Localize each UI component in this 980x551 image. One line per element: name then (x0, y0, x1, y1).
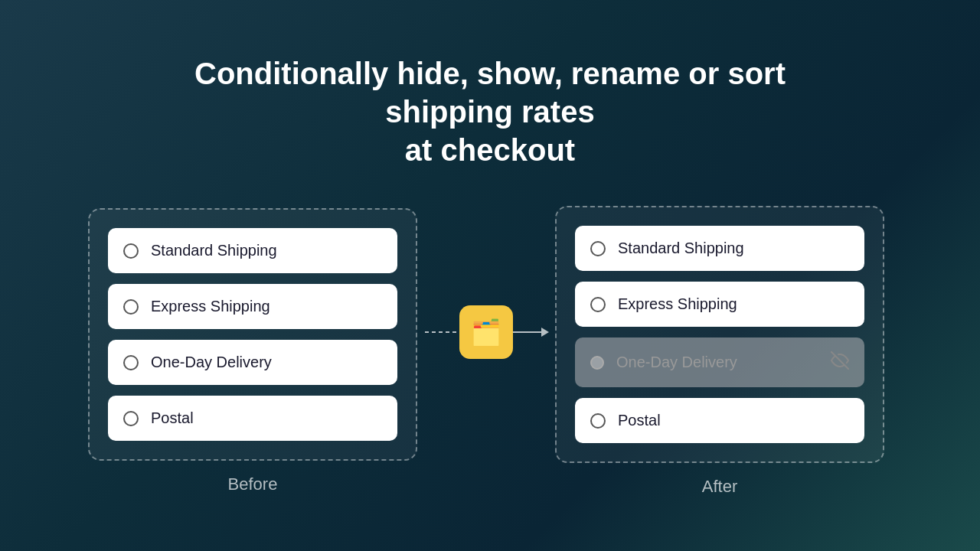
after-item-express: Express Shipping (575, 282, 864, 327)
radio-express-before (123, 299, 139, 315)
label-standard-before: Standard Shipping (151, 242, 277, 259)
before-label: Before (228, 474, 278, 494)
svg-marker-2 (541, 328, 549, 337)
label-postal-before: Postal (151, 409, 194, 427)
before-item-express: Express Shipping (108, 284, 397, 329)
radio-express-after (590, 297, 606, 312)
hide-icon-oneday (831, 351, 849, 373)
before-item-oneday: One-Day Delivery (108, 340, 397, 385)
after-label: After (702, 477, 737, 497)
before-item-standard: Standard Shipping (108, 228, 397, 273)
label-standard-after: Standard Shipping (618, 240, 744, 257)
after-item-standard: Standard Shipping (575, 226, 864, 271)
after-box: Standard Shipping Express Shipping One-D… (555, 206, 884, 463)
label-oneday-after: One-Day Delivery (616, 354, 737, 371)
label-postal-after: Postal (618, 412, 661, 429)
after-item-oneday: One-Day Delivery (575, 337, 864, 387)
radio-standard-before (123, 243, 139, 259)
radio-oneday-before (123, 355, 139, 370)
radio-postal-before (123, 411, 139, 426)
arrow-diagram: 🗂️ (417, 302, 555, 363)
arrow-section: 🗂️ (417, 302, 555, 401)
radio-postal-after (590, 413, 606, 429)
before-item-postal: Postal (108, 396, 397, 441)
label-express-before: Express Shipping (151, 298, 270, 315)
radio-oneday-after (590, 356, 604, 370)
before-panel: Standard Shipping Express Shipping One-D… (88, 208, 417, 494)
after-item-postal: Postal (575, 398, 864, 443)
radio-standard-after (590, 241, 606, 256)
page-title: Conditionally hide, show, rename or sort… (145, 54, 835, 169)
after-panel: Standard Shipping Express Shipping One-D… (555, 206, 884, 497)
label-oneday-before: One-Day Delivery (151, 354, 272, 371)
diagram: Standard Shipping Express Shipping One-D… (88, 206, 892, 497)
label-express-after: Express Shipping (618, 295, 737, 313)
before-box: Standard Shipping Express Shipping One-D… (88, 208, 417, 461)
